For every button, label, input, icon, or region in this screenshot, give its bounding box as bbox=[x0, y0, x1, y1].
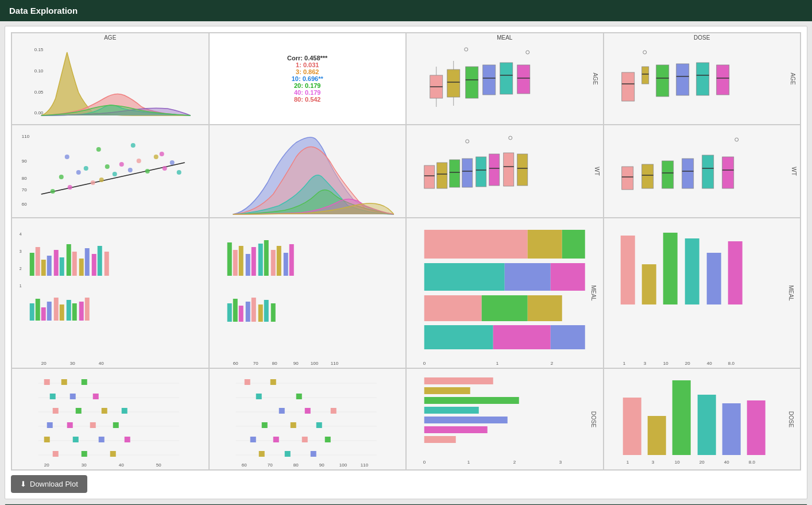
svg-rect-174 bbox=[620, 236, 635, 304]
app-title: Data Exploration bbox=[9, 6, 78, 16]
svg-rect-38 bbox=[18, 125, 202, 217]
svg-rect-196 bbox=[50, 394, 56, 399]
svg-text:40: 40 bbox=[706, 361, 712, 366]
svg-rect-95 bbox=[702, 155, 713, 188]
svg-rect-127 bbox=[85, 298, 90, 321]
svg-point-65 bbox=[160, 152, 164, 156]
svg-text:0.15: 0.15 bbox=[34, 47, 44, 52]
svg-rect-249 bbox=[424, 377, 493, 384]
svg-rect-237 bbox=[301, 437, 307, 442]
svg-rect-175 bbox=[641, 264, 656, 304]
barplot-age-meal: 4 3 2 1 bbox=[12, 218, 208, 368]
svg-rect-120 bbox=[41, 307, 46, 321]
svg-rect-202 bbox=[122, 408, 127, 414]
svg-text:8.0: 8.0 bbox=[728, 361, 734, 366]
svg-text:0: 0 bbox=[423, 460, 426, 465]
svg-rect-144 bbox=[233, 299, 237, 322]
row-label-meal-2: MEAL bbox=[788, 285, 794, 300]
svg-rect-178 bbox=[706, 253, 721, 304]
svg-rect-146 bbox=[245, 302, 250, 322]
svg-rect-253 bbox=[424, 417, 508, 423]
svg-point-63 bbox=[96, 147, 101, 152]
svg-rect-76 bbox=[476, 157, 486, 187]
cell-dose-meal: 1 3 10 20 40 8.0 MEAL bbox=[604, 218, 801, 368]
svg-rect-33 bbox=[696, 63, 709, 95]
svg-text:1: 1 bbox=[467, 460, 470, 465]
svg-text:20: 20 bbox=[44, 462, 49, 468]
svg-rect-262 bbox=[647, 416, 666, 455]
svg-rect-87 bbox=[621, 167, 633, 190]
svg-rect-27 bbox=[641, 67, 648, 84]
svg-rect-234 bbox=[316, 422, 322, 428]
svg-rect-197 bbox=[70, 394, 76, 399]
svg-rect-68 bbox=[424, 165, 435, 188]
svg-rect-82 bbox=[517, 154, 528, 186]
svg-point-49 bbox=[84, 166, 88, 171]
svg-rect-89 bbox=[641, 164, 653, 188]
svg-text:4: 4 bbox=[20, 232, 22, 236]
svg-rect-109 bbox=[54, 250, 59, 276]
svg-rect-162 bbox=[505, 263, 551, 291]
svg-rect-118 bbox=[30, 303, 34, 321]
cell-dose-dose: 1 3 10 20 40 8.0 DOSE bbox=[604, 368, 801, 470]
svg-text:100: 100 bbox=[310, 361, 318, 366]
download-icon: ⬇ bbox=[20, 480, 26, 488]
svg-rect-122 bbox=[54, 298, 59, 321]
svg-point-62 bbox=[65, 155, 69, 159]
svg-rect-263 bbox=[672, 380, 690, 455]
svg-point-59 bbox=[163, 166, 167, 171]
svg-rect-106 bbox=[36, 247, 40, 276]
scatter-age-dose: 20 30 40 50 bbox=[12, 369, 208, 469]
svg-rect-31 bbox=[676, 64, 689, 95]
svg-rect-25 bbox=[621, 72, 634, 101]
svg-text:1: 1 bbox=[626, 460, 629, 465]
svg-rect-113 bbox=[79, 259, 84, 276]
svg-rect-176 bbox=[663, 233, 677, 304]
svg-rect-211 bbox=[53, 451, 59, 457]
svg-text:70: 70 bbox=[253, 361, 258, 366]
boxplot-meal-age bbox=[407, 41, 603, 124]
cell-age-meal: 4 3 2 1 bbox=[11, 218, 209, 368]
svg-rect-212 bbox=[82, 451, 87, 457]
svg-rect-160 bbox=[562, 230, 585, 259]
svg-rect-139 bbox=[270, 250, 275, 276]
svg-rect-112 bbox=[72, 252, 77, 276]
svg-rect-265 bbox=[722, 403, 740, 455]
svg-rect-70 bbox=[437, 163, 447, 188]
svg-rect-241 bbox=[310, 451, 316, 457]
svg-rect-159 bbox=[528, 230, 562, 259]
svg-text:80: 80 bbox=[293, 462, 298, 468]
main-panel: AGE 0.15 0.10 0.05 0.00 bbox=[5, 26, 807, 499]
cell-wt-dose: 60 70 80 90 100 110 bbox=[209, 368, 407, 470]
svg-rect-210 bbox=[125, 437, 130, 442]
svg-text:0.05: 0.05 bbox=[34, 90, 44, 95]
svg-text:70: 70 bbox=[22, 187, 27, 192]
svg-rect-137 bbox=[258, 244, 262, 276]
svg-rect-14 bbox=[466, 67, 478, 98]
svg-rect-225 bbox=[244, 379, 250, 385]
svg-rect-233 bbox=[290, 422, 296, 428]
svg-text:60: 60 bbox=[233, 361, 238, 366]
svg-point-48 bbox=[76, 170, 81, 175]
svg-text:20: 20 bbox=[699, 460, 704, 465]
svg-rect-150 bbox=[270, 303, 275, 322]
row-label-wt-2: WT bbox=[791, 167, 798, 176]
svg-rect-10 bbox=[447, 70, 460, 97]
svg-text:1: 1 bbox=[622, 361, 625, 366]
svg-point-53 bbox=[113, 172, 117, 176]
svg-point-55 bbox=[128, 168, 133, 172]
svg-rect-123 bbox=[60, 304, 64, 321]
stacked-meal: 0 1 2 bbox=[407, 218, 603, 368]
svg-text:40: 40 bbox=[99, 361, 104, 366]
svg-rect-236 bbox=[273, 437, 279, 442]
download-plot-button[interactable]: ⬇ Download Plot bbox=[11, 475, 87, 493]
svg-text:90: 90 bbox=[293, 361, 298, 366]
svg-rect-200 bbox=[76, 408, 82, 414]
svg-rect-110 bbox=[60, 257, 64, 276]
svg-rect-80 bbox=[504, 153, 514, 186]
svg-rect-205 bbox=[90, 422, 96, 428]
svg-text:1: 1 bbox=[496, 361, 499, 366]
svg-rect-161 bbox=[424, 263, 505, 291]
svg-point-57 bbox=[145, 169, 150, 174]
svg-rect-78 bbox=[489, 154, 500, 186]
